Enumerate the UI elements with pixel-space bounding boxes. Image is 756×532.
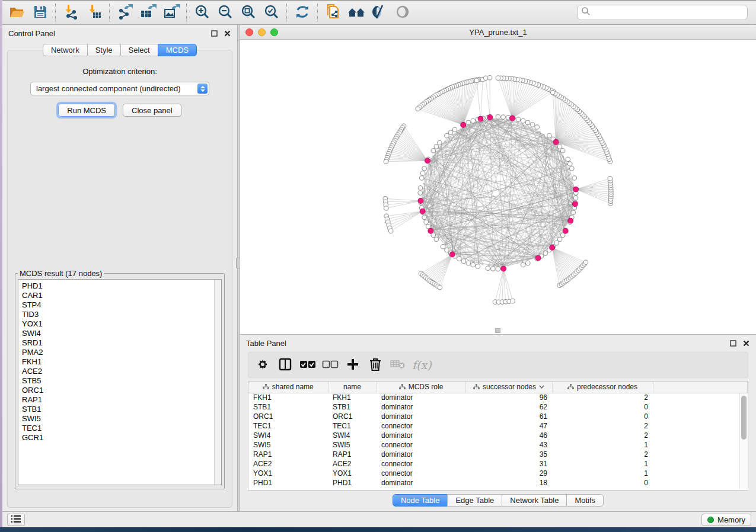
network-node[interactable]	[466, 120, 471, 125]
mcds-result-item[interactable]: RAP1	[22, 395, 214, 405]
mcds-hub-node[interactable]	[425, 158, 430, 164]
mcds-hub-node[interactable]	[510, 116, 515, 121]
zoom-out-button[interactable]	[214, 2, 236, 23]
mcds-result-item[interactable]: STB5	[22, 376, 214, 386]
zoom-in-button[interactable]	[191, 2, 213, 23]
network-node[interactable]	[543, 251, 548, 256]
network-node[interactable]	[570, 166, 575, 171]
open-session-button[interactable]	[6, 2, 28, 23]
select-all-button[interactable]	[299, 356, 316, 374]
table-row[interactable]: YOX1YOX1connector291	[248, 469, 748, 478]
mcds-hub-node[interactable]	[449, 252, 455, 257]
mcds-result-item[interactable]: SWI4	[22, 329, 214, 338]
import-table-button[interactable]	[83, 2, 105, 23]
mcds-result-item[interactable]: STP4	[22, 300, 214, 310]
table-scrollbar-thumb[interactable]	[741, 396, 747, 440]
network-node[interactable]	[572, 176, 577, 181]
table-row[interactable]: TEC1TEC1connector472	[248, 421, 748, 431]
tab-node-table[interactable]: Node Table	[393, 494, 448, 507]
network-node[interactable]	[525, 120, 530, 125]
mcds-list-scrollbar[interactable]	[214, 280, 221, 485]
tab-network[interactable]: Network	[43, 44, 88, 56]
save-session-button[interactable]	[29, 2, 51, 23]
network-node[interactable]	[420, 171, 425, 176]
network-node[interactable]	[448, 130, 453, 135]
network-node[interactable]	[560, 149, 565, 153]
add-column-button[interactable]	[344, 356, 361, 374]
mcds-hub-node[interactable]	[428, 228, 433, 233]
tab-network-table[interactable]: Network Table	[502, 494, 567, 507]
search-input[interactable]	[591, 8, 744, 18]
mcds-result-item[interactable]: GCR1	[22, 433, 214, 443]
import-network-button[interactable]	[60, 2, 82, 23]
mcds-result-item[interactable]: PHD1	[22, 281, 214, 291]
float-window-icon[interactable]	[729, 339, 737, 347]
network-node[interactable]	[501, 115, 506, 120]
export-table-button[interactable]	[137, 2, 159, 23]
mcds-result-item[interactable]: ORC1	[22, 386, 214, 395]
network-node[interactable]	[445, 133, 449, 138]
network-leaf-node[interactable]	[438, 285, 442, 290]
tab-style[interactable]: Style	[87, 44, 121, 56]
mcds-hub-node[interactable]	[573, 187, 579, 192]
delete-column-button[interactable]	[367, 356, 384, 374]
gear-button[interactable]	[254, 356, 271, 374]
home-button[interactable]	[345, 2, 367, 23]
network-node[interactable]	[547, 133, 552, 138]
network-node[interactable]	[516, 117, 521, 122]
network-node[interactable]	[496, 267, 500, 271]
mcds-hub-node[interactable]	[550, 245, 555, 250]
table-scrollbar[interactable]	[739, 393, 747, 489]
network-node[interactable]	[571, 210, 576, 215]
mcds-result-item[interactable]: YOX1	[22, 319, 214, 329]
network-leaf-node[interactable]	[496, 76, 500, 81]
network-node[interactable]	[418, 185, 423, 190]
network-node[interactable]	[530, 123, 535, 127]
memory-button[interactable]: Memory	[701, 514, 751, 526]
network-graph[interactable]	[240, 40, 756, 335]
zoom-fit-button[interactable]	[237, 2, 259, 23]
network-node[interactable]	[437, 140, 442, 145]
criterion-select[interactable]: largest connected component (undirected)	[30, 82, 209, 95]
network-node[interactable]	[471, 118, 476, 123]
network-node[interactable]	[535, 125, 540, 130]
export-image-button[interactable]	[160, 2, 182, 23]
function-builder-icon[interactable]: f(x)	[412, 358, 432, 371]
table-row[interactable]: RAP1RAP1dominator352	[248, 450, 748, 459]
network-leaf-node[interactable]	[550, 90, 555, 95]
column-header-mcds-role[interactable]: MCDS role	[377, 382, 465, 393]
mcds-hub-node[interactable]	[501, 266, 506, 271]
table-row[interactable]: SWI4SWI4dominator462	[248, 431, 748, 440]
network-file-button[interactable]	[322, 2, 344, 23]
column-selector-button[interactable]	[277, 356, 294, 374]
close-panel-icon[interactable]	[224, 30, 231, 37]
mcds-hub-node[interactable]	[568, 218, 573, 223]
close-panel-icon[interactable]	[742, 339, 750, 347]
network-node[interactable]	[471, 262, 476, 267]
mcds-result-list[interactable]: PHD1CAR1STP4TID3YOX1SWI4SRD1PMA2FKH1ACE2…	[18, 280, 214, 485]
network-leaf-node[interactable]	[583, 260, 588, 265]
network-node[interactable]	[418, 191, 423, 196]
mcds-result-item[interactable]: PMA2	[22, 348, 214, 357]
table-row[interactable]: PHD1PHD1dominator180	[248, 478, 748, 488]
apply-preferred-layout-button[interactable]	[291, 2, 313, 23]
column-header-predecessor-nodes[interactable]: predecessor nodes	[552, 382, 653, 393]
mcds-hub-node[interactable]	[418, 198, 423, 204]
mcds-hub-node[interactable]	[461, 122, 466, 127]
table-row[interactable]: SWI5SWI5connector431	[248, 440, 748, 450]
mcds-result-item[interactable]: STB1	[22, 405, 214, 414]
tab-edge-table[interactable]: Edge Table	[447, 494, 502, 507]
tab-motifs[interactable]: Motifs	[566, 494, 604, 507]
mcds-hub-node[interactable]	[553, 139, 559, 145]
mcds-result-item[interactable]: SRD1	[22, 338, 214, 348]
column-header-successor-nodes[interactable]: successor nodes	[465, 382, 552, 393]
network-node[interactable]	[457, 257, 462, 261]
network-node[interactable]	[466, 261, 471, 265]
network-node[interactable]	[431, 149, 436, 153]
table-row[interactable]: ACE2ACE2connector311	[248, 459, 748, 469]
network-node[interactable]	[486, 266, 490, 271]
network-node[interactable]	[441, 245, 445, 249]
mcds-hub-node[interactable]	[478, 116, 483, 121]
network-leaf-node[interactable]	[384, 206, 389, 211]
close-panel-button[interactable]: Close panel	[123, 104, 181, 117]
